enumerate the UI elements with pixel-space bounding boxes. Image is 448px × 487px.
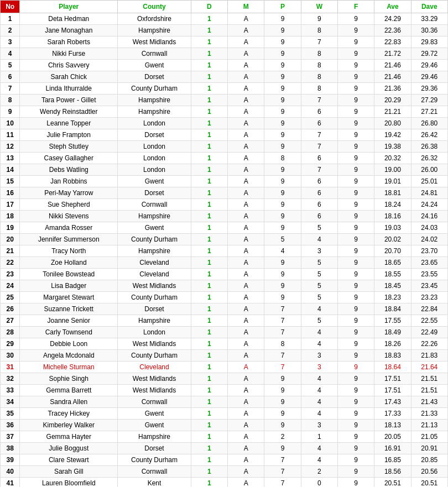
cell-r19-c8: 19.03 — [374, 222, 411, 234]
cell-r38-c7: 9 — [337, 443, 374, 454]
cell-r24-c5: 9 — [264, 280, 301, 292]
cell-r24-c6: 5 — [301, 280, 337, 292]
cell-r14-c8: 19.00 — [374, 164, 411, 176]
cell-r22-c6: 5 — [301, 257, 337, 269]
cell-r39-c4: A — [228, 454, 264, 466]
cell-r32-c4: A — [228, 373, 264, 385]
cell-r9-c4: A — [228, 106, 264, 118]
cell-r7-c7: 9 — [337, 83, 374, 95]
cell-r14-c5: 9 — [264, 164, 301, 176]
cell-r19-c4: A — [228, 222, 264, 234]
table-row: 35Tracey HickeyGwent1A94917.3321.33 — [1, 408, 448, 420]
cell-r33-c7: 9 — [337, 385, 374, 396]
cell-r5-c3: 1 — [191, 60, 227, 71]
cell-r11-c3: 1 — [191, 129, 227, 141]
cell-r5-c8: 21.46 — [374, 60, 411, 71]
cell-r12-c9: 26.38 — [411, 141, 447, 153]
cell-r34-c9: 21.43 — [411, 396, 447, 408]
col-header-f: F — [337, 1, 374, 13]
cell-r30-c5: 7 — [264, 350, 301, 362]
cell-r19-c6: 5 — [301, 222, 337, 234]
cell-r18-c1: Nikki Stevens — [20, 211, 118, 222]
cell-r27-c3: 1 — [191, 315, 227, 327]
cell-r1-c4: A — [228, 13, 264, 25]
cell-r27-c8: 17.55 — [374, 315, 411, 327]
cell-r6-c9: 29.46 — [411, 71, 447, 83]
cell-r38-c6: 4 — [301, 443, 337, 454]
cell-r11-c2: Dorset — [118, 129, 191, 141]
cell-r1-c6: 9 — [301, 13, 337, 25]
cell-r32-c3: 1 — [191, 373, 227, 385]
cell-r15-c6: 6 — [301, 176, 337, 187]
cell-r8-c0: 8 — [1, 95, 20, 106]
cell-r20-c3: 1 — [191, 234, 227, 245]
cell-r24-c8: 18.45 — [374, 280, 411, 292]
cell-r32-c1: Sophie Singh — [20, 373, 118, 385]
table-row: 6Sarah ChickDorset1A98921.4629.46 — [1, 71, 448, 83]
col-header-w: W — [301, 1, 337, 13]
cell-r19-c3: 1 — [191, 222, 227, 234]
cell-r16-c0: 16 — [1, 187, 20, 199]
cell-r37-c2: Hampshire — [118, 431, 191, 443]
cell-r30-c4: A — [228, 350, 264, 362]
cell-r28-c1: Carly Townsend — [20, 327, 118, 338]
cell-r33-c5: 9 — [264, 385, 301, 396]
cell-r19-c5: 9 — [264, 222, 301, 234]
cell-r13-c3: 1 — [191, 153, 227, 164]
cell-r35-c2: Gwent — [118, 408, 191, 420]
cell-r31-c0: 31 — [1, 362, 20, 373]
cell-r12-c6: 7 — [301, 141, 337, 153]
cell-r8-c9: 27.29 — [411, 95, 447, 106]
cell-r15-c7: 9 — [337, 176, 374, 187]
cell-r41-c3: 1 — [191, 478, 227, 488]
cell-r25-c2: County Durham — [118, 292, 191, 303]
cell-r2-c7: 9 — [337, 25, 374, 36]
cell-r16-c2: Dorset — [118, 187, 191, 199]
cell-r7-c4: A — [228, 83, 264, 95]
table-row: 2Jane MonaghanHampshire1A98922.3630.36 — [1, 25, 448, 36]
cell-r7-c8: 21.36 — [374, 83, 411, 95]
cell-r18-c3: 1 — [191, 211, 227, 222]
cell-r25-c9: 23.23 — [411, 292, 447, 303]
cell-r39-c2: County Durham — [118, 454, 191, 466]
cell-r26-c1: Suzanne Trickett — [20, 303, 118, 315]
cell-r14-c9: 26.00 — [411, 164, 447, 176]
cell-r18-c4: A — [228, 211, 264, 222]
cell-r32-c0: 32 — [1, 373, 20, 385]
cell-r41-c2: Kent — [118, 478, 191, 488]
cell-r8-c1: Tara Power - Gillet — [20, 95, 118, 106]
cell-r26-c2: Dorset — [118, 303, 191, 315]
cell-r22-c7: 9 — [337, 257, 374, 269]
cell-r31-c8: 18.64 — [374, 362, 411, 373]
cell-r39-c3: 1 — [191, 454, 227, 466]
table-row: 22Zoe HollandCleveland1A95918.6523.65 — [1, 257, 448, 269]
cell-r11-c0: 11 — [1, 129, 20, 141]
cell-r16-c7: 9 — [337, 187, 374, 199]
cell-r20-c4: A — [228, 234, 264, 245]
col-header-no: No — [1, 1, 20, 13]
cell-r15-c1: Jan Robbins — [20, 176, 118, 187]
cell-r40-c4: A — [228, 466, 264, 478]
cell-r32-c7: 9 — [337, 373, 374, 385]
cell-r21-c6: 3 — [301, 245, 337, 257]
cell-r30-c3: 1 — [191, 350, 227, 362]
cell-r24-c3: 1 — [191, 280, 227, 292]
cell-r18-c2: Hampshire — [118, 211, 191, 222]
cell-r31-c9: 21.64 — [411, 362, 447, 373]
cell-r34-c3: 1 — [191, 396, 227, 408]
cell-r17-c6: 6 — [301, 199, 337, 211]
cell-r23-c2: Cleveland — [118, 269, 191, 280]
cell-r2-c3: 1 — [191, 25, 227, 36]
cell-r16-c6: 6 — [301, 187, 337, 199]
cell-r38-c3: 1 — [191, 443, 227, 454]
cell-r31-c7: 9 — [337, 362, 374, 373]
cell-r3-c5: 9 — [264, 36, 301, 48]
cell-r16-c4: A — [228, 187, 264, 199]
cell-r6-c3: 1 — [191, 71, 227, 83]
cell-r25-c7: 9 — [337, 292, 374, 303]
cell-r35-c9: 21.33 — [411, 408, 447, 420]
cell-r17-c2: Cornwall — [118, 199, 191, 211]
cell-r2-c2: Hampshire — [118, 25, 191, 36]
cell-r33-c1: Gemma Barrett — [20, 385, 118, 396]
cell-r9-c5: 9 — [264, 106, 301, 118]
